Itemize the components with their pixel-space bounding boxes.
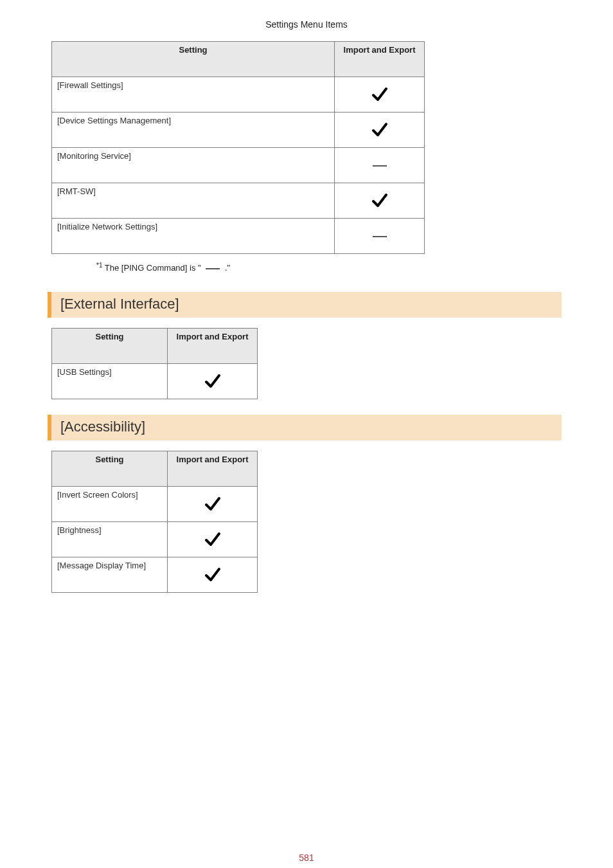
col-status-header: Import and Export — [335, 42, 425, 77]
dash-icon — [373, 165, 387, 167]
footnote: *1 The [PING Command] is " ." — [96, 262, 562, 273]
status-cell — [335, 219, 425, 254]
check-icon — [204, 531, 222, 548]
col-setting-header: Setting — [52, 451, 168, 487]
table-row: [Monitoring Service] — [52, 148, 425, 183]
status-cell — [335, 148, 425, 183]
check-icon — [204, 566, 222, 583]
footnote-text-after: ." — [222, 263, 230, 273]
setting-label-cell: [RMT-SW] — [52, 183, 335, 219]
status-cell — [335, 183, 425, 219]
setting-label-cell: [USB Settings] — [52, 364, 168, 399]
status-cell — [168, 557, 258, 593]
status-cell — [168, 487, 258, 522]
table-row: [Firewall Settings] — [52, 77, 425, 113]
table2-body: [USB Settings] — [52, 364, 258, 399]
setting-label-cell: [Initialize Network Settings] — [52, 219, 335, 254]
table3-body: [Invert Screen Colors][Brightness][Messa… — [52, 487, 258, 593]
col-status-header: Import and Export — [168, 451, 258, 487]
section-accessibility: [Accessibility] — [48, 415, 562, 440]
table-row: [Device Settings Management] — [52, 113, 425, 148]
status-cell — [168, 522, 258, 557]
col-status-header: Import and Export — [168, 329, 258, 364]
check-icon — [204, 496, 222, 512]
table-row: [Brightness] — [52, 522, 258, 557]
table-header-row: Setting Import and Export — [52, 329, 258, 364]
setting-label-cell: [Device Settings Management] — [52, 113, 335, 148]
check-icon — [371, 192, 389, 209]
check-icon — [371, 122, 389, 138]
footnote-text-before: The [PING Command] is " — [102, 263, 203, 273]
setting-label-cell: [Invert Screen Colors] — [52, 487, 168, 522]
table-row: [Initialize Network Settings] — [52, 219, 425, 254]
check-icon — [371, 86, 389, 103]
status-cell — [335, 77, 425, 113]
table-row: [USB Settings] — [52, 364, 258, 399]
settings-table-3: Setting Import and Export [Invert Screen… — [51, 451, 258, 593]
col-setting-header: Setting — [52, 42, 335, 77]
section-external-interface: [External Interface] — [48, 292, 562, 318]
dash-icon — [373, 236, 387, 237]
page-title: Settings Menu Items — [51, 19, 562, 30]
status-cell — [335, 113, 425, 148]
table-header-row: Setting Import and Export — [52, 42, 425, 77]
dash-icon — [206, 268, 220, 269]
setting-label-cell: [Monitoring Service] — [52, 148, 335, 183]
check-icon — [204, 373, 222, 390]
table-header-row: Setting Import and Export — [52, 451, 258, 487]
setting-label-cell: [Message Display Time] — [52, 557, 168, 593]
table-row: [Invert Screen Colors] — [52, 487, 258, 522]
table1-body: [Firewall Settings][Device Settings Mana… — [52, 77, 425, 254]
table-row: [Message Display Time] — [52, 557, 258, 593]
setting-label-cell: [Brightness] — [52, 522, 168, 557]
col-setting-header: Setting — [52, 329, 168, 364]
page-number: 581 — [0, 853, 613, 863]
setting-label-cell: [Firewall Settings] — [52, 77, 335, 113]
settings-table-2: Setting Import and Export [USB Settings] — [51, 328, 258, 399]
settings-table-1: Setting Import and Export [Firewall Sett… — [51, 41, 425, 254]
status-cell — [168, 364, 258, 399]
table-row: [RMT-SW] — [52, 183, 425, 219]
